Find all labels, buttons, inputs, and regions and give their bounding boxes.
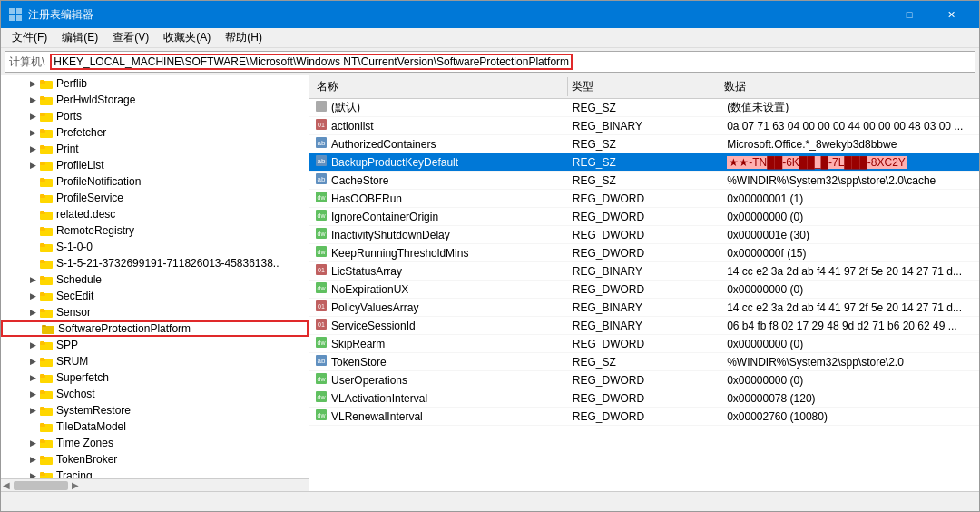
reg-data-value: ★★-TN██-6K██_█-7L███-8XC2Y: [727, 156, 907, 169]
reg-type-cell: REG_DWORD: [567, 371, 721, 389]
table-row[interactable]: dwHasOOBERunREG_DWORD0x00000001 (1): [309, 190, 979, 208]
tree-arrow[interactable]: ▶: [26, 108, 39, 124]
menu-file[interactable]: 文件(F): [5, 28, 54, 47]
tree-arrow[interactable]: ▶: [26, 451, 39, 468]
tree-arrow[interactable]: ▶: [26, 304, 39, 320]
tree-item[interactable]: ▶Svchost: [1, 386, 309, 402]
tree-item[interactable]: related.desc: [1, 206, 309, 222]
tree-arrow[interactable]: ▶: [26, 92, 39, 108]
reg-data-cell: 0x00000000 (0): [721, 208, 979, 225]
maximize-button[interactable]: □: [888, 1, 930, 28]
address-bar[interactable]: 计算机\ HKEY_LOCAL_MACHINE\SOFTWARE\Microso…: [5, 51, 975, 73]
menu-edit[interactable]: 编辑(E): [54, 28, 105, 47]
reg-name-cell: 01LicStatusArray: [309, 262, 567, 280]
reg-name-cell: (默认): [309, 99, 567, 116]
tree-item[interactable]: ▶SystemRestore: [1, 402, 309, 418]
tree-item[interactable]: ▶Time Zones: [1, 435, 309, 451]
reg-name: PolicyValuesArray: [331, 301, 418, 314]
minimize-button[interactable]: ─: [847, 1, 888, 28]
tree-arrow[interactable]: ▶: [26, 288, 39, 304]
tree-item[interactable]: S-1-5-21-3732699191-711826013-45836138..: [1, 255, 309, 271]
tree-item[interactable]: SoftwareProtectionPlatform: [1, 320, 309, 337]
menu-favorites[interactable]: 收藏夹(A): [156, 28, 218, 47]
reg-type-cell: REG_DWORD: [567, 408, 721, 425]
tree-arrow[interactable]: ▶: [26, 337, 39, 353]
tree-arrow[interactable]: [26, 190, 39, 206]
close-button[interactable]: ✕: [930, 1, 972, 28]
tree-item[interactable]: ▶Print: [1, 141, 309, 157]
tree-arrow[interactable]: ▶: [26, 157, 39, 173]
tree-arrow[interactable]: ▶: [26, 402, 39, 418]
tree-arrow[interactable]: [26, 255, 39, 271]
table-row[interactable]: dwKeepRunningThresholdMinsREG_DWORD0x000…: [309, 244, 979, 262]
tree-item[interactable]: ▶Ports: [1, 108, 309, 124]
table-row[interactable]: dwSkipRearmREG_DWORD0x00000000 (0): [309, 335, 979, 353]
menu-bar: 文件(F) 编辑(E) 查看(V) 收藏夹(A) 帮助(H): [1, 28, 979, 48]
table-row[interactable]: dwVLRenewalIntervalREG_DWORD0x00002760 (…: [309, 408, 979, 426]
tree-arrow[interactable]: ▶: [26, 435, 39, 451]
tree-item[interactable]: RemoteRegistry: [1, 222, 309, 239]
tree-item[interactable]: ▶ProfileList: [1, 157, 309, 173]
tree-arrow[interactable]: [26, 173, 39, 190]
tree-item[interactable]: ▶SPP: [1, 337, 309, 353]
table-row[interactable]: dwNoExpirationUXREG_DWORD0x00000000 (0): [309, 281, 979, 299]
tree-item[interactable]: ▶Superfetch: [1, 369, 309, 386]
reg-name-cell: 01actionlist: [309, 117, 567, 134]
table-row[interactable]: dwUserOperationsREG_DWORD0x00000000 (0): [309, 371, 979, 389]
tree-arrow[interactable]: [26, 418, 39, 435]
reg-type-icon: dw: [315, 336, 328, 351]
svg-rect-65: [40, 407, 44, 409]
tree-item[interactable]: ProfileService: [1, 190, 309, 206]
table-row[interactable]: dwIgnoreContainerOriginREG_DWORD0x000000…: [309, 208, 979, 226]
table-row[interactable]: abAuthorizedContainersREG_SZMicrosoft.Of…: [309, 135, 979, 153]
tree-item[interactable]: ▶SecEdit: [1, 288, 309, 304]
tree-item[interactable]: ProfileNotification: [1, 173, 309, 190]
menu-help[interactable]: 帮助(H): [218, 28, 270, 47]
tree-arrow[interactable]: ▶: [26, 369, 39, 386]
tree-item[interactable]: ▶Sensor: [1, 304, 309, 320]
tree-arrow[interactable]: ▶: [26, 75, 39, 92]
svg-rect-77: [40, 472, 44, 474]
header-data: 数据: [720, 77, 975, 96]
tree-item[interactable]: ▶Perflib: [1, 75, 309, 92]
tree-arrow[interactable]: ▶: [26, 468, 39, 478]
tree-arrow[interactable]: [26, 222, 39, 239]
table-row[interactable]: (默认)REG_SZ(数值未设置): [309, 99, 979, 117]
table-row[interactable]: abBackupProductKeyDefaultREG_SZ★★-TN██-6…: [309, 153, 979, 172]
tree-item[interactable]: ▶Tracing: [1, 468, 309, 478]
table-row[interactable]: 01actionlistREG_BINARY0a 07 71 63 04 00 …: [309, 117, 979, 135]
table-row[interactable]: 01PolicyValuesArrayREG_BINARY14 cc e2 3a…: [309, 299, 979, 317]
tree-item[interactable]: TileDataModel: [1, 418, 309, 435]
tree-item[interactable]: ▶Schedule: [1, 271, 309, 288]
tree-arrow[interactable]: ▶: [26, 386, 39, 402]
reg-name: HasOOBERun: [331, 192, 402, 205]
tree-arrow[interactable]: ▶: [26, 141, 39, 157]
tree-arrow[interactable]: ▶: [26, 271, 39, 288]
table-row[interactable]: dwVLActivationIntervalREG_DWORD0x0000007…: [309, 389, 979, 408]
tree-item[interactable]: ▶Prefetcher: [1, 124, 309, 141]
tree-item[interactable]: ▶PerHwldStorage: [1, 92, 309, 108]
tree-arrow[interactable]: [26, 206, 39, 222]
table-row[interactable]: abTokenStoreREG_SZ%WINDIR%\System32\spp\…: [309, 353, 979, 371]
tree-arrow[interactable]: ▶: [26, 353, 39, 369]
folder-icon: [39, 143, 54, 155]
menu-view[interactable]: 查看(V): [105, 28, 156, 47]
tree-arrow[interactable]: [28, 320, 41, 337]
reg-type-cell: REG_BINARY: [567, 317, 721, 334]
table-row[interactable]: dwInactivityShutdownDelayREG_DWORD0x0000…: [309, 226, 979, 244]
tree-item-label: Schedule: [56, 273, 102, 286]
header-name: 名称: [313, 77, 568, 96]
tree-item[interactable]: S-1-0-0: [1, 239, 309, 255]
tree-arrow[interactable]: [26, 239, 39, 255]
table-row[interactable]: abCacheStoreREG_SZ%WINDIR%\System32\spp\…: [309, 172, 979, 190]
tree-item[interactable]: ▶SRUM: [1, 353, 309, 369]
tree-arrow[interactable]: ▶: [26, 124, 39, 141]
table-row[interactable]: 01ServiceSessionIdREG_BINARY06 b4 fb f8 …: [309, 317, 979, 335]
table-row[interactable]: 01LicStatusArrayREG_BINARY14 cc e2 3a 2d…: [309, 262, 979, 281]
left-panel-scrollbar[interactable]: ◀ ▶: [1, 478, 309, 491]
registry-rows-container[interactable]: (默认)REG_SZ(数值未设置)01actionlistREG_BINARY0…: [309, 99, 979, 491]
registry-tree-scroll[interactable]: ▶Perflib▶PerHwldStorage▶Ports▶Prefetcher…: [1, 75, 309, 478]
tree-item[interactable]: ▶TokenBroker: [1, 451, 309, 468]
reg-data-cell: 0x00000001 (1): [721, 190, 979, 207]
reg-name: actionlist: [331, 120, 374, 133]
